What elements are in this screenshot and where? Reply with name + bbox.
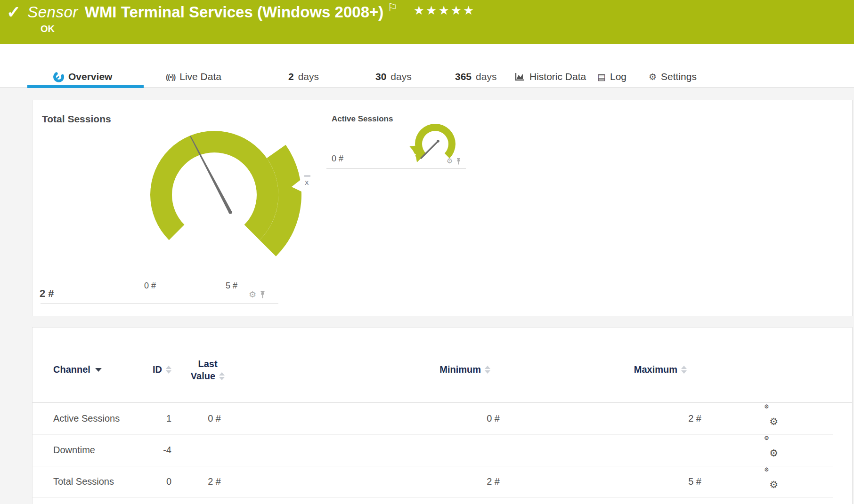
live-data-icon: ((•)): [166, 73, 175, 81]
cell-settings: ⚙⚙: [759, 434, 783, 466]
column-header-minimum[interactable]: Minimum: [409, 364, 490, 375]
column-header-maximum[interactable]: Maximum: [598, 364, 687, 375]
cell-channel[interactable]: Active Sessions: [53, 403, 120, 434]
table-row[interactable]: Total Sessions 0 2 # 2 # 5 # ⚙⚙: [33, 466, 833, 498]
tab-label: Settings: [661, 71, 697, 82]
channel-table-card: Channel ID Last Value Minimum Maximum Ac…: [32, 327, 853, 504]
object-kind-label: Sensor: [27, 3, 78, 21]
tab-live-data[interactable]: ((•)) Live Data: [166, 70, 221, 84]
sensor-status-header: ✓ Sensor WMI Terminal Services (Windows …: [0, 0, 854, 44]
cell-last-value: 2 #: [174, 466, 221, 497]
cell-channel[interactable]: Total Sessions: [53, 466, 114, 497]
column-label: Value: [191, 370, 215, 382]
sensor-tab-bar: Overview ((•)) Live Data 2 days 30 days …: [0, 44, 854, 88]
tab-label: Overview: [68, 71, 112, 82]
tab-historic-data[interactable]: Historic Data: [515, 70, 586, 84]
tab-30-days[interactable]: 30 days: [375, 70, 412, 84]
cell-settings: ⚙⚙: [759, 403, 783, 434]
tile-divider: [41, 304, 278, 304]
total-sessions-value: 2 #: [40, 288, 54, 300]
channel-settings-gears-icon[interactable]: ⚙⚙: [764, 408, 778, 422]
tab-number: 2: [288, 71, 294, 82]
tab-label: Live Data: [179, 71, 221, 82]
channel-settings-gears-icon[interactable]: ⚙⚙: [764, 471, 778, 485]
column-header-channel[interactable]: Channel: [53, 364, 102, 375]
tab-label: Log: [610, 71, 626, 82]
sort-icon: [485, 366, 490, 374]
overview-gauges-card: Total Sessions x 0 # 5 # 2 # ⚙ Active Se…: [32, 100, 853, 316]
cell-last-value: [174, 434, 221, 466]
cell-channel[interactable]: Downtime: [53, 434, 95, 466]
column-header-last-value[interactable]: Last Value: [177, 358, 238, 382]
gauge-icon: [53, 72, 64, 82]
tab-2-days[interactable]: 2 days: [288, 70, 319, 84]
column-label: ID: [153, 364, 162, 375]
channel-table-header: Channel ID Last Value Minimum Maximum: [33, 328, 852, 403]
cell-id: 1: [124, 403, 171, 434]
gauge-max-label: 5 #: [226, 281, 237, 291]
channel-gear-icon[interactable]: ⚙: [249, 290, 256, 299]
sort-icon: [681, 366, 687, 374]
sort-icon: [219, 372, 225, 380]
tile-divider: [326, 168, 466, 169]
table-row[interactable]: Downtime -4 ⚙⚙: [33, 434, 833, 466]
sort-icon: [166, 366, 171, 374]
column-label: Minimum: [439, 364, 481, 375]
cell-id: 0: [124, 466, 171, 497]
cell-minimum: [434, 434, 500, 466]
cell-maximum: 2 #: [635, 403, 701, 434]
column-label: Channel: [53, 364, 90, 375]
pin-icon[interactable]: [259, 290, 266, 299]
log-icon: ▤: [597, 72, 606, 81]
sort-desc-icon: [95, 368, 102, 372]
tab-365-days[interactable]: 365 days: [455, 70, 496, 84]
tab-label: Historic Data: [529, 71, 586, 82]
cell-minimum: 0 #: [434, 403, 500, 434]
total-sessions-title: Total Sessions: [42, 113, 111, 125]
table-row[interactable]: Active Sessions 1 0 # 0 # 2 # ⚙⚙: [33, 403, 833, 435]
column-label: Last: [198, 358, 217, 370]
cell-maximum: 5 #: [635, 466, 701, 497]
column-header-id[interactable]: ID: [127, 364, 171, 375]
total-sessions-gauge: x: [142, 120, 325, 280]
cell-maximum: [635, 434, 701, 466]
gauge-min-label: 0 #: [144, 281, 156, 291]
tab-label: days: [390, 71, 411, 82]
channel-gear-icon[interactable]: ⚙: [447, 157, 453, 165]
active-sessions-value: 0 #: [332, 154, 343, 164]
cell-id: -4: [124, 434, 171, 466]
ok-check-icon: ✓: [7, 3, 21, 22]
priority-stars[interactable]: ★★★★★: [414, 3, 476, 18]
cell-settings: ⚙⚙: [759, 466, 783, 497]
column-label: Maximum: [634, 364, 677, 375]
tab-number: 30: [375, 71, 386, 82]
cell-last-value: 0 #: [174, 403, 221, 434]
status-badge: OK: [41, 24, 55, 34]
active-sessions-title: Active Sessions: [332, 114, 393, 124]
area-chart-icon: [515, 72, 525, 81]
average-marker-label: x: [305, 178, 309, 187]
tab-number: 365: [455, 71, 472, 82]
tab-log[interactable]: ▤ Log: [597, 70, 626, 84]
pin-icon[interactable]: [455, 158, 462, 165]
tab-label: days: [476, 71, 496, 82]
channel-settings-gears-icon[interactable]: ⚙⚙: [764, 439, 778, 453]
tab-settings[interactable]: ⚙ Settings: [649, 70, 697, 84]
flag-icon[interactable]: ⚐: [387, 1, 398, 14]
cell-minimum: 2 #: [434, 466, 500, 497]
tab-label: days: [298, 71, 319, 82]
sensor-title: WMI Terminal Services (Windows 2008+): [85, 3, 384, 21]
active-tab-underline: [27, 85, 144, 88]
gear-icon: ⚙: [649, 72, 657, 81]
tab-overview[interactable]: Overview: [53, 70, 112, 84]
